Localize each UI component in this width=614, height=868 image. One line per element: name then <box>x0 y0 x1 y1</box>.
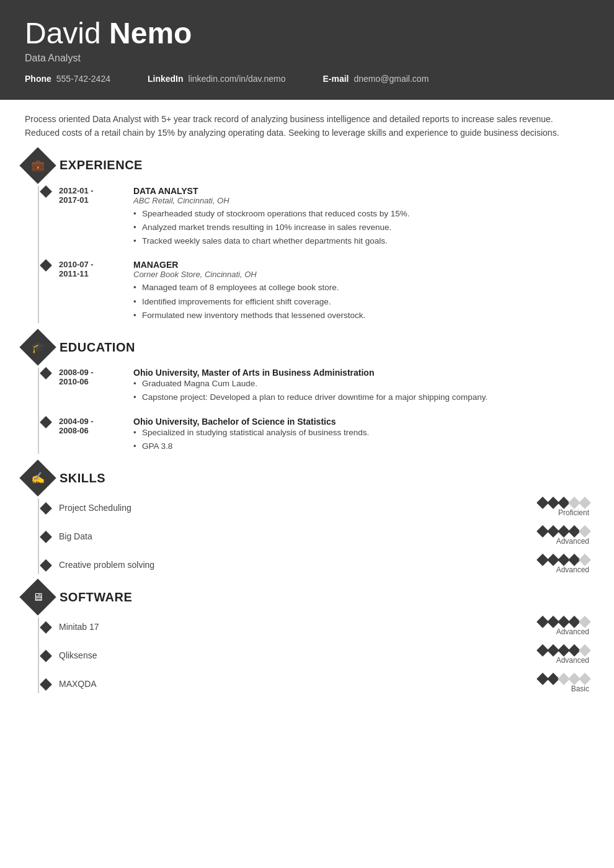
software-bullet-2 <box>33 650 59 660</box>
education-header: 🎓 EDUCATION <box>25 334 589 360</box>
software-entry-3: MAXQDA Basic <box>39 675 589 693</box>
entry-body-1: 2012-01 - 2017-01 DATA ANALYST ABC Retai… <box>59 186 589 249</box>
skills-icon-diamond: ✍ <box>19 459 56 496</box>
skill-bullet-1 <box>33 503 59 513</box>
bullet-item: Identified improvements for efficient sh… <box>133 296 589 308</box>
phone-label: Phone <box>25 74 51 84</box>
edu-dates-2: 2004-09 - 2008-06 <box>59 417 133 454</box>
entry-job-title-2: MANAGER <box>133 260 589 270</box>
entry-body-2: 2010-07 - 2011-11 MANAGER Corner Book St… <box>59 260 589 323</box>
bullet-item: Managed team of 8 employees at college b… <box>133 281 589 294</box>
software-rating-1: Advanced <box>515 618 589 636</box>
resume-main: Process oriented Data Analyst with 5+ ye… <box>0 100 614 728</box>
skills-content: Project Scheduling Proficient <box>38 498 589 574</box>
diamond-icon <box>40 678 52 691</box>
skill-level-1: Proficient <box>558 508 589 517</box>
software-rating-3: Basic <box>515 675 589 693</box>
entry-bullets-list-1: Spearheaded study of stockroom operation… <box>133 208 589 248</box>
email-value: dnemo@gmail.com <box>354 74 429 84</box>
software-bullet-3 <box>33 679 59 689</box>
diamond-icon <box>40 621 52 634</box>
candidate-title: Data Analyst <box>25 53 589 64</box>
skill-level-2: Advanced <box>556 537 589 546</box>
entry-date-end-1: 2017-01 <box>59 195 133 205</box>
experience-title: EXPERIENCE <box>60 158 143 172</box>
last-name: Nemo <box>109 17 192 50</box>
education-content: 2008-09 - 2010-06 Ohio University, Maste… <box>38 368 589 454</box>
dot-5 <box>579 497 591 509</box>
edu-body-2: 2004-09 - 2008-06 Ohio University, Bache… <box>59 417 589 454</box>
bullet-item: Graduated Magna Cum Laude. <box>133 378 589 390</box>
diamond-icon <box>40 559 52 572</box>
software-bullet-1 <box>33 622 59 632</box>
experience-header: 💼 EXPERIENCE <box>25 153 589 179</box>
resume-header: David Nemo Data Analyst Phone 555-742-24… <box>0 0 614 100</box>
dot-5 <box>579 673 591 685</box>
experience-section: 💼 EXPERIENCE 2012-01 - 2017-01 <box>25 153 589 324</box>
entry-company-2: Corner Book Store, Cincinnati, OH <box>133 270 589 279</box>
entry-date-end-2: 2011-11 <box>59 269 133 278</box>
linkedin-value: linkedin.com/in/dav.nemo <box>189 74 286 84</box>
entry-info-2: MANAGER Corner Book Store, Cincinnati, O… <box>133 260 589 323</box>
skill-entry-3: Creative problem solving Advanced <box>39 556 589 574</box>
edu-degree-title-1: Ohio University, Master of Arts in Busin… <box>133 368 589 378</box>
software-entry-2: Qliksense Advanced <box>39 646 589 665</box>
diamond-icon <box>40 502 52 515</box>
entry-dates-1: 2012-01 - 2017-01 <box>59 186 133 249</box>
phone-contact: Phone 555-742-2424 <box>25 74 110 84</box>
entry-bullets-list-2: Managed team of 8 employees at college b… <box>133 281 589 322</box>
software-header: 🖥 SOFTWARE <box>25 584 589 610</box>
diamond-icon <box>40 259 52 272</box>
edu-date-end-2: 2008-06 <box>59 426 133 435</box>
entry-date-start-1: 2012-01 - <box>59 186 133 195</box>
skill-dots-3 <box>538 556 589 564</box>
bullet-item: Specialized in studying statistical anal… <box>133 427 589 439</box>
education-section: 🎓 EDUCATION 2008-09 - 2010-06 O <box>25 334 589 454</box>
bullet-item: Formulated new inventory methods that le… <box>133 309 589 322</box>
bullet-item: Capstone project: Developed a plan to re… <box>133 391 589 404</box>
entry-job-title-1: DATA ANALYST <box>133 186 589 196</box>
education-entry-2: 2004-09 - 2008-06 Ohio University, Bache… <box>39 417 589 454</box>
skill-name-1: Project Scheduling <box>59 503 515 513</box>
edu-date-start-1: 2008-09 - <box>59 368 133 377</box>
edu-info-2: Ohio University, Bachelor of Science in … <box>133 417 589 454</box>
edu-bullet-2 <box>33 417 59 454</box>
skills-title: SKILLS <box>60 471 105 485</box>
edu-dates-1: 2008-09 - 2010-06 <box>59 368 133 405</box>
diamond-icon <box>40 367 52 379</box>
entry-dates-2: 2010-07 - 2011-11 <box>59 260 133 323</box>
diamond-icon <box>40 650 52 662</box>
email-label: E-mail <box>323 74 349 84</box>
diamond-icon <box>40 416 52 428</box>
software-icon-diamond: 🖥 <box>19 578 56 615</box>
skill-name-2: Big Data <box>59 531 515 541</box>
software-level-1: Advanced <box>556 627 589 636</box>
software-name-1: Minitab 17 <box>59 622 515 632</box>
dot-5 <box>579 525 591 538</box>
education-title: EDUCATION <box>60 340 135 355</box>
edu-date-start-2: 2004-09 - <box>59 417 133 426</box>
email-contact: E-mail dnemo@gmail.com <box>323 74 429 84</box>
edu-date-end-1: 2010-06 <box>59 377 133 386</box>
edu-body-1: 2008-09 - 2010-06 Ohio University, Maste… <box>59 368 589 405</box>
software-section: 🖥 SOFTWARE Minitab 17 <box>25 584 589 693</box>
dot-5 <box>579 644 591 657</box>
software-content: Minitab 17 Advanced Qlikse <box>38 618 589 693</box>
phone-value: 555-742-2424 <box>56 74 110 84</box>
briefcase-icon: 💼 <box>31 159 45 172</box>
experience-icon-diamond: 💼 <box>19 147 56 184</box>
software-rating-2: Advanced <box>515 646 589 665</box>
skill-dots-2 <box>538 527 589 536</box>
bullet-item: Analyzed market trends resulting in 10% … <box>133 221 589 234</box>
software-dots-3 <box>538 675 589 683</box>
skill-entry-2: Big Data Advanced <box>39 527 589 546</box>
skill-dots-1 <box>538 498 589 507</box>
entry-company-1: ABC Retail, Cincinnati, OH <box>133 196 589 205</box>
skill-rating-1: Proficient <box>515 498 589 517</box>
skill-bullet-3 <box>33 560 59 570</box>
education-icon-diamond: 🎓 <box>19 329 56 365</box>
experience-entry-1: 2012-01 - 2017-01 DATA ANALYST ABC Retai… <box>39 186 589 249</box>
software-level-2: Advanced <box>556 656 589 665</box>
bullet-item: Spearheaded study of stockroom operation… <box>133 208 589 220</box>
skill-rating-2: Advanced <box>515 527 589 546</box>
